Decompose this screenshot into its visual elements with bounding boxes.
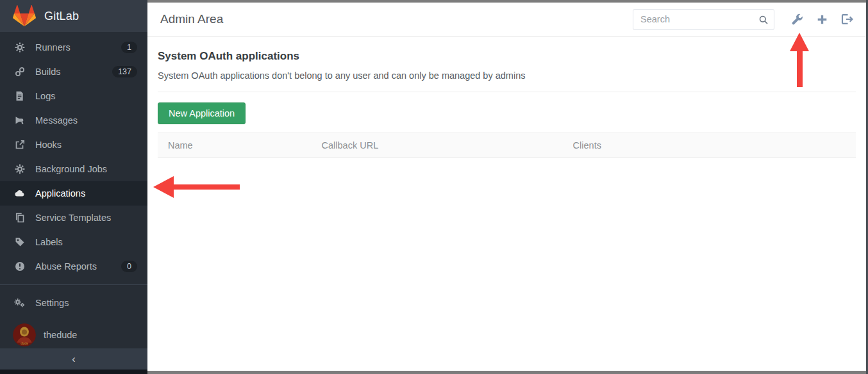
sidebar-item-builds[interactable]: Builds 137 — [0, 60, 147, 84]
avatar: dude — [13, 323, 36, 346]
sidebar-item-label: Logs — [35, 91, 137, 101]
sidebar-item-label: Service Templates — [35, 213, 137, 223]
chain-icon — [14, 67, 25, 77]
sidebar-item-label: Messages — [35, 115, 137, 126]
sidebar-item-service-templates[interactable]: Service Templates — [0, 206, 147, 230]
sidebar-item-labels[interactable]: Labels — [0, 230, 147, 254]
sidebar-item-settings[interactable]: Settings — [0, 291, 147, 315]
column-header-callback-url: Callback URL — [312, 133, 563, 158]
gear-icon — [14, 42, 25, 53]
page-title: Admin Area — [160, 12, 223, 26]
chevron-left-icon: ‹ — [72, 354, 75, 365]
sidebar-item-background-jobs[interactable]: Background Jobs — [0, 157, 147, 181]
sign-out-button[interactable] — [841, 13, 853, 25]
cloud-icon — [14, 188, 25, 199]
column-header-clients: Clients — [563, 133, 856, 158]
sidebar-item-label: Applications — [35, 188, 137, 199]
sidebar-item-label: Builds — [35, 67, 112, 77]
bullhorn-icon — [14, 115, 25, 126]
header-controls — [633, 9, 853, 30]
gear-icon — [14, 164, 25, 175]
gitlab-home-link[interactable]: GitLab — [0, 0, 147, 32]
sign-out-icon — [841, 13, 853, 25]
svg-text:dude: dude — [21, 341, 28, 345]
column-header-name: Name — [158, 133, 312, 158]
annotation-arrow-up-shaft — [797, 50, 803, 87]
sidebar-item-logs[interactable]: Logs — [0, 84, 147, 108]
count-badge: 137 — [112, 66, 137, 77]
search-input[interactable] — [633, 9, 774, 30]
page-body: System OAuth applications System OAuth a… — [147, 50, 866, 158]
new-project-button[interactable] — [817, 14, 828, 25]
main-content: Admin Area — [147, 0, 866, 374]
sidebar-item-abuse-reports[interactable]: Abuse Reports 0 — [0, 254, 147, 279]
section-description: System OAuth applications don't belong t… — [158, 70, 856, 81]
count-badge: 1 — [121, 42, 137, 53]
tag-icon — [14, 237, 25, 248]
gitlab-logo-icon — [13, 5, 36, 27]
sidebar-item-label: Abuse Reports — [35, 261, 121, 272]
plus-icon — [817, 14, 828, 25]
app-window: GitLab Runners 1 Builds — [0, 0, 868, 374]
sidebar-nav: Runners 1 Builds 137 — [0, 32, 147, 279]
sidebar-item-messages[interactable]: Messages — [0, 108, 147, 133]
annotation-arrow-left-icon — [153, 176, 174, 198]
search-box — [633, 9, 774, 30]
sidebar-collapse-toggle[interactable]: ‹ — [0, 348, 147, 370]
sidebar-item-label: Settings — [35, 298, 137, 308]
top-header-bar: Admin Area — [147, 3, 866, 37]
exclamation-circle-icon — [14, 261, 25, 272]
cogs-icon — [14, 298, 25, 309]
sidebar-item-label: Background Jobs — [35, 164, 137, 174]
username: thedude — [44, 330, 77, 340]
sidebar-item-label: Labels — [35, 237, 137, 247]
sidebar-bottom-strip — [0, 370, 147, 374]
file-icon — [14, 91, 25, 102]
table-header-row: Name Callback URL Clients — [158, 133, 856, 158]
admin-wrench-button[interactable] — [791, 13, 803, 26]
sidebar: GitLab Runners 1 Builds — [0, 0, 147, 374]
external-link-icon — [14, 140, 25, 150]
count-badge: 0 — [121, 261, 137, 272]
annotation-arrow-up-icon — [790, 33, 809, 51]
sidebar-item-hooks[interactable]: Hooks — [0, 133, 147, 157]
sidebar-item-label: Runners — [35, 42, 121, 53]
copy-icon — [14, 213, 25, 224]
sidebar-divider — [0, 284, 147, 285]
search-icon — [758, 15, 769, 25]
oauth-applications-table: Name Callback URL Clients — [158, 133, 856, 158]
new-application-button[interactable]: New Application — [158, 102, 246, 124]
sidebar-item-runners[interactable]: Runners 1 — [0, 35, 147, 60]
sidebar-item-applications[interactable]: Applications — [0, 181, 147, 206]
sidebar-user-profile[interactable]: dude thedude — [0, 319, 147, 351]
section-heading: System OAuth applications — [158, 50, 856, 63]
wrench-icon — [791, 13, 803, 26]
sidebar-item-label: Hooks — [35, 140, 137, 150]
annotation-arrow-left-shaft — [172, 184, 240, 190]
section-divider — [158, 92, 856, 92]
logo-text: GitLab — [44, 10, 79, 23]
